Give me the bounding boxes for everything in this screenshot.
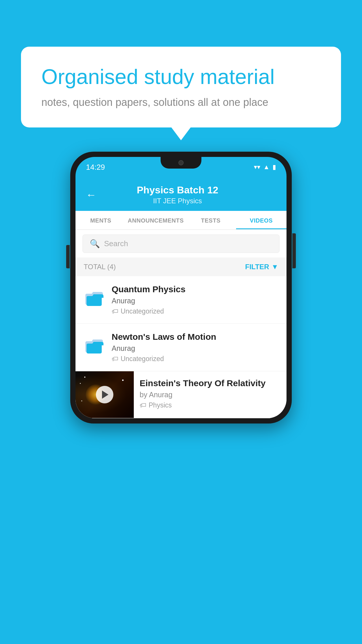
search-icon: 🔍 — [90, 239, 100, 249]
filter-icon: ▼ — [271, 263, 278, 271]
item-title: Quantum Physics — [112, 284, 280, 294]
star-decoration — [122, 379, 124, 381]
item-tag: 🏷 Uncategorized — [112, 307, 280, 315]
folder-icon — [82, 334, 106, 357]
header-text: Physics Batch 12 IIT JEE Physics — [103, 184, 252, 205]
star-decoration — [84, 377, 85, 378]
bubble-title: Organised study material — [41, 64, 321, 89]
search-container: 🔍 Search — [75, 230, 287, 258]
phone-outer: 14:29 ▾▾ ▲ ▮ ← Physics Batch 12 IIT JEE … — [70, 152, 292, 424]
video-thumbnail — [75, 371, 134, 418]
item-author: Anurag — [112, 297, 280, 305]
item-info: Quantum Physics Anurag 🏷 Uncategorized — [112, 284, 280, 315]
thumb-title: Einstein's Theory Of Relativity — [140, 378, 280, 388]
filter-label: FILTER — [245, 263, 269, 271]
tab-ments[interactable]: MENTS — [75, 211, 126, 229]
star-decoration — [81, 400, 82, 401]
list-item[interactable]: Quantum Physics Anurag 🏷 Uncategorized — [75, 276, 287, 324]
search-input[interactable]: Search — [104, 239, 128, 248]
filter-button[interactable]: FILTER ▼ — [245, 263, 278, 271]
search-bar[interactable]: 🔍 Search — [82, 235, 280, 253]
status-icons: ▾▾ ▲ ▮ — [254, 163, 276, 171]
list-item[interactable]: Newton's Laws of Motion Anurag 🏷 Uncateg… — [75, 324, 287, 371]
play-button[interactable] — [96, 386, 113, 403]
phone-notch — [161, 157, 201, 169]
star-decoration — [80, 383, 81, 384]
signal-icon: ▲ — [263, 163, 270, 171]
item-author: Anurag — [112, 344, 280, 353]
status-time: 14:29 — [86, 163, 105, 172]
battery-icon: ▮ — [273, 163, 276, 171]
content-area: Quantum Physics Anurag 🏷 Uncategorized — [75, 276, 287, 418]
phone-mockup: 14:29 ▾▾ ▲ ▮ ← Physics Batch 12 IIT JEE … — [70, 152, 292, 424]
app-header: ← Physics Batch 12 IIT JEE Physics — [75, 177, 287, 211]
tab-announcements[interactable]: ANNOUNCEMENTS — [126, 211, 185, 229]
bubble-subtitle: notes, question papers, solutions all at… — [41, 96, 321, 108]
total-count: TOTAL (4) — [84, 263, 116, 271]
list-item-thumb[interactable]: Einstein's Theory Of Relativity by Anura… — [75, 371, 287, 418]
thumb-tag: 🏷 Physics — [140, 401, 280, 409]
camera-dot — [178, 160, 184, 165]
back-button[interactable]: ← — [86, 189, 96, 201]
tag-icon: 🏷 — [112, 355, 118, 363]
filter-bar: TOTAL (4) FILTER ▼ — [75, 258, 287, 276]
tag-icon: 🏷 — [112, 307, 118, 315]
item-title: Newton's Laws of Motion — [112, 332, 280, 342]
folder-icon — [82, 286, 106, 309]
play-triangle-icon — [102, 391, 108, 399]
header-title: Physics Batch 12 — [103, 184, 252, 196]
speech-bubble-section: Organised study material notes, question… — [21, 47, 341, 127]
tag-icon: 🏷 — [140, 401, 146, 409]
speech-bubble-card: Organised study material notes, question… — [21, 47, 341, 127]
item-tag: 🏷 Uncategorized — [112, 355, 280, 363]
tab-videos[interactable]: VIDEOS — [236, 211, 287, 229]
header-subtitle: IIT JEE Physics — [103, 197, 252, 205]
thumb-author: by Anurag — [140, 391, 280, 399]
thumb-info: Einstein's Theory Of Relativity by Anura… — [140, 371, 280, 416]
tab-bar: MENTS ANNOUNCEMENTS TESTS VIDEOS — [75, 211, 287, 230]
item-info: Newton's Laws of Motion Anurag 🏷 Uncateg… — [112, 332, 280, 363]
status-bar: 14:29 ▾▾ ▲ ▮ — [75, 157, 287, 177]
tab-tests[interactable]: TESTS — [185, 211, 236, 229]
phone-inner: 14:29 ▾▾ ▲ ▮ ← Physics Batch 12 IIT JEE … — [75, 157, 287, 418]
wifi-icon: ▾▾ — [254, 163, 260, 171]
